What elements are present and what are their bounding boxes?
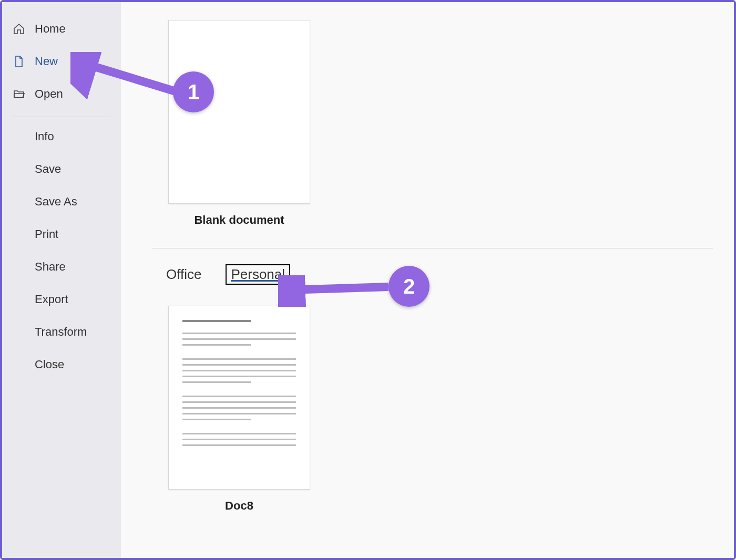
- annotation-badge-label: 2: [403, 275, 415, 298]
- tab-office[interactable]: Office: [163, 264, 205, 285]
- home-icon: [13, 23, 28, 35]
- sidebar-item-save-as[interactable]: Save As: [2, 185, 121, 218]
- sidebar-item-save[interactable]: Save: [2, 153, 121, 185]
- sidebar-item-print[interactable]: Print: [2, 218, 121, 251]
- sidebar-item-label: Close: [35, 358, 64, 371]
- sidebar-item-new[interactable]: New: [2, 45, 121, 78]
- sidebar-item-share[interactable]: Share: [2, 251, 121, 283]
- template-label: Blank document: [194, 213, 284, 227]
- tab-label: Office: [166, 266, 201, 282]
- sidebar-item-label: Home: [35, 22, 66, 36]
- section-divider: [152, 248, 713, 248]
- tab-personal[interactable]: Personal: [226, 264, 290, 285]
- app-frame: Home New Open Info Save Save As Print: [0, 0, 736, 560]
- sidebar-item-transform[interactable]: Transform: [2, 316, 121, 348]
- template-category-tabs: Office Personal: [163, 264, 713, 285]
- sidebar-item-label: Info: [35, 130, 54, 143]
- sidebar-item-close[interactable]: Close: [2, 348, 121, 381]
- template-doc8[interactable]: Doc8: [168, 306, 310, 513]
- sidebar-item-open[interactable]: Open: [2, 78, 121, 110]
- template-preview-doc8: [168, 306, 310, 490]
- new-doc-icon: [13, 55, 28, 68]
- sidebar-item-label: Print: [35, 227, 58, 241]
- sidebar-divider: [13, 117, 110, 117]
- sidebar-item-label: New: [35, 55, 58, 68]
- tab-active-underline: [231, 280, 285, 282]
- backstage-sidebar: Home New Open Info Save Save As Print: [2, 2, 121, 558]
- sidebar-item-label: Open: [35, 87, 63, 101]
- sidebar-item-export[interactable]: Export: [2, 283, 121, 316]
- sidebar-item-label: Share: [35, 260, 66, 274]
- template-label: Doc8: [225, 499, 253, 513]
- annotation-badge-label: 1: [188, 80, 199, 104]
- open-folder-icon: [13, 88, 28, 100]
- sidebar-item-home[interactable]: Home: [2, 13, 121, 45]
- sidebar-item-label: Save As: [35, 195, 77, 209]
- sidebar-item-info[interactable]: Info: [2, 120, 121, 153]
- sidebar-item-label: Save: [35, 162, 61, 176]
- sidebar-item-label: Export: [35, 293, 68, 306]
- sidebar-item-label: Transform: [35, 325, 87, 339]
- template-blank-document[interactable]: Blank document: [168, 20, 310, 227]
- annotation-badge-2: 2: [389, 266, 430, 307]
- annotation-badge-1: 1: [173, 71, 214, 112]
